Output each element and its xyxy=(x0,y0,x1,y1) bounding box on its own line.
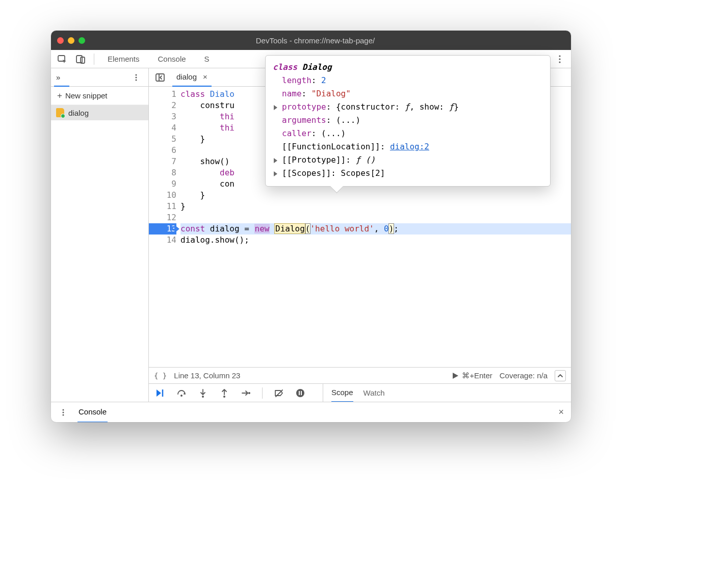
step-into-icon[interactable] xyxy=(196,386,210,400)
hovered-token[interactable]: Dialog xyxy=(275,224,305,233)
sidebar-header: » xyxy=(51,68,148,87)
line-number[interactable]: 6 xyxy=(149,145,176,156)
drawer-more-icon[interactable] xyxy=(56,405,70,420)
editor-tab-dialog[interactable]: dialog × xyxy=(172,68,212,87)
sidebar-overflow-icon[interactable]: » xyxy=(56,73,60,82)
svg-point-7 xyxy=(136,76,137,78)
line-number[interactable]: 4 xyxy=(149,122,176,134)
editor-tab-close-icon[interactable]: × xyxy=(201,72,210,81)
prop-caller[interactable]: caller: (...) xyxy=(273,127,543,140)
plus-icon: + xyxy=(57,91,62,101)
svg-point-20 xyxy=(296,389,304,397)
line-number-active[interactable]: 13 xyxy=(149,223,176,235)
more-menu-icon[interactable] xyxy=(553,52,567,66)
line-number[interactable]: 9 xyxy=(149,178,176,190)
svg-point-18 xyxy=(248,392,250,394)
object-preview-popover: class Dialog length: 2 name: "Dialog" pr… xyxy=(265,55,551,187)
line-number[interactable]: 2 xyxy=(149,100,176,111)
drawer-tab-console[interactable]: Console xyxy=(77,402,108,423)
svg-point-23 xyxy=(63,409,64,410)
popover-header: class Dialog xyxy=(273,61,543,74)
svg-point-12 xyxy=(180,395,183,397)
separator xyxy=(262,387,263,399)
svg-rect-22 xyxy=(301,391,302,395)
device-toolbar-icon[interactable] xyxy=(73,52,88,66)
minimize-window-icon[interactable] xyxy=(68,37,74,44)
sources-sidebar: » + New snippet dialog xyxy=(51,68,149,402)
svg-point-4 xyxy=(559,58,560,60)
svg-point-16 xyxy=(223,396,225,398)
code-token: const xyxy=(180,224,205,233)
sidebar-collapse-icon[interactable] xyxy=(555,370,566,381)
svg-point-8 xyxy=(136,79,137,81)
svg-point-6 xyxy=(136,74,137,75)
close-window-icon[interactable] xyxy=(57,37,64,44)
prop-name[interactable]: name: "Dialog" xyxy=(273,87,543,100)
code-token: Dialo xyxy=(205,89,235,99)
code-line: } xyxy=(180,190,571,201)
line-number[interactable]: 11 xyxy=(149,201,176,212)
code-token: 'hello world' xyxy=(310,224,374,233)
fullscreen-window-icon[interactable] xyxy=(79,37,85,44)
line-number[interactable]: 7 xyxy=(149,156,176,167)
svg-rect-1 xyxy=(76,56,82,63)
snippet-item-label: dialog xyxy=(68,109,89,117)
new-snippet-label: New snippet xyxy=(65,91,108,100)
code-line: } xyxy=(180,201,571,212)
resume-button[interactable] xyxy=(153,386,167,400)
svg-point-25 xyxy=(63,414,64,415)
drawer: Console × xyxy=(51,402,571,422)
step-over-icon[interactable] xyxy=(174,386,189,400)
traffic-lights xyxy=(57,37,85,44)
svg-point-5 xyxy=(559,61,560,63)
tab-sources-partial[interactable]: S xyxy=(197,50,217,68)
prop-internal-prototype[interactable]: [[Prototype]]: ƒ () xyxy=(273,153,543,167)
code-token: thi xyxy=(220,123,235,133)
svg-point-3 xyxy=(559,55,560,57)
code-line: dialog.show(); xyxy=(180,235,571,246)
new-snippet-button[interactable]: + New snippet xyxy=(51,87,148,105)
line-number[interactable]: 5 xyxy=(149,134,176,145)
tab-watch[interactable]: Watch xyxy=(363,384,385,402)
tab-scope[interactable]: Scope xyxy=(331,384,353,402)
svg-point-14 xyxy=(202,396,204,398)
tab-elements[interactable]: Elements xyxy=(100,50,147,68)
step-out-icon[interactable] xyxy=(217,386,231,400)
line-number[interactable]: 10 xyxy=(149,190,176,201)
drawer-close-icon[interactable]: × xyxy=(556,407,566,418)
code-token: 0 xyxy=(384,224,389,233)
prop-length[interactable]: length: 2 xyxy=(273,74,543,87)
inspect-element-icon[interactable] xyxy=(55,52,69,66)
line-number[interactable]: 14 xyxy=(149,235,176,246)
sidebar-more-icon[interactable] xyxy=(129,70,143,85)
prop-scopes[interactable]: [[Scopes]]: Scopes[2] xyxy=(273,167,543,180)
prop-arguments[interactable]: arguments: (...) xyxy=(273,114,543,127)
source-link[interactable]: dialog:2 xyxy=(390,142,429,151)
coverage-status: Coverage: n/a xyxy=(500,371,548,380)
pretty-print-icon[interactable]: { } xyxy=(154,372,167,380)
devtools-window: DevTools - chrome://new-tab-page/ Elemen… xyxy=(51,31,571,422)
navigator-toggle-icon[interactable] xyxy=(153,70,167,85)
line-number[interactable]: 12 xyxy=(149,212,176,223)
prop-function-location[interactable]: [[FunctionLocation]]: dialog:2 xyxy=(273,140,543,153)
execution-line: const dialog = new Dialog('hello world',… xyxy=(180,223,571,235)
prop-prototype[interactable]: prototype: {constructor: ƒ, show: ƒ} xyxy=(273,100,543,114)
code-token: thi xyxy=(220,112,235,121)
code-token: class xyxy=(180,89,205,99)
cursor-position: Line 13, Column 23 xyxy=(174,371,240,380)
window-title: DevTools - chrome://new-tab-page/ xyxy=(91,36,539,45)
tab-console[interactable]: Console xyxy=(151,50,193,68)
step-icon[interactable] xyxy=(239,386,253,400)
svg-point-24 xyxy=(63,411,64,413)
pause-on-exceptions-icon[interactable] xyxy=(293,386,307,400)
deactivate-breakpoints-icon[interactable] xyxy=(272,386,286,400)
snippet-item-dialog[interactable]: dialog xyxy=(51,105,148,120)
line-number[interactable]: 3 xyxy=(149,111,176,122)
line-number[interactable]: 1 xyxy=(149,89,176,100)
run-snippet-button[interactable]: ⌘+Enter xyxy=(452,371,492,380)
line-number[interactable]: 8 xyxy=(149,167,176,178)
editor-status-bar: { } Line 13, Column 23 ⌘+Enter Coverage:… xyxy=(149,367,571,383)
titlebar: DevTools - chrome://new-tab-page/ xyxy=(51,31,571,50)
svg-rect-21 xyxy=(299,391,300,395)
code-token: deb xyxy=(220,168,235,177)
